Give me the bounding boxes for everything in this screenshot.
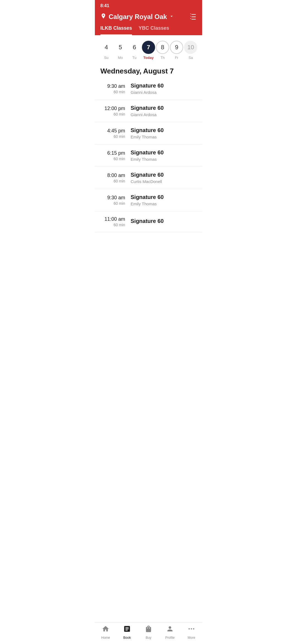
status-time: 8:41	[100, 3, 109, 8]
day-number: 5	[114, 41, 127, 54]
header: Calgary Royal Oak ILKB Classes YBC Class…	[95, 10, 202, 35]
tab-ilkb-classes[interactable]: ILKB Classes	[100, 25, 132, 35]
class-time: 12:00 pm 60 min	[100, 106, 131, 116]
class-item[interactable]: 9:30 am 60 min Signature 60 Gianni Ardos…	[95, 78, 202, 100]
location-name: Calgary Royal Oak	[109, 13, 167, 21]
class-name: Signature 60	[131, 218, 197, 224]
chevron-down-icon[interactable]	[169, 14, 174, 20]
class-item[interactable]: 11:00 am 60 min Signature 60	[95, 211, 202, 232]
day-item[interactable]: 7 Today	[142, 41, 155, 60]
class-time-main: 6:15 pm	[100, 150, 125, 156]
class-time-duration: 60 min	[100, 223, 125, 227]
class-info: Signature 60 Gianni Ardosa	[131, 83, 197, 95]
class-time-main: 9:30 am	[100, 195, 125, 201]
day-label: Su	[104, 56, 109, 60]
location-pin-icon	[100, 13, 106, 21]
class-instructor: Emily Thomas	[131, 157, 197, 162]
class-name: Signature 60	[131, 172, 197, 178]
calendar-section: 4 Su 5 Mo 6 Tu 7 Today 8 Th 9 Fr 10 Sa	[95, 35, 202, 62]
day-number: 4	[100, 41, 113, 54]
day-label: Sa	[188, 56, 193, 60]
class-time-duration: 60 min	[100, 90, 125, 94]
class-time-main: 11:00 am	[100, 216, 125, 222]
class-instructor: Gianni Ardosa	[131, 90, 197, 95]
class-info: Signature 60 Emily Thomas	[131, 149, 197, 162]
class-info: Signature 60 Curtis MacDonell	[131, 172, 197, 184]
status-bar: 8:41	[95, 0, 202, 10]
class-name: Signature 60	[131, 149, 197, 156]
day-label: Fr	[175, 56, 178, 60]
class-item[interactable]: 6:15 pm 60 min Signature 60 Emily Thomas	[95, 144, 202, 167]
class-time-duration: 60 min	[100, 201, 125, 206]
class-info: Signature 60 Gianni Ardosa	[131, 105, 197, 117]
class-time-duration: 60 min	[100, 179, 125, 183]
day-number: 8	[156, 41, 169, 54]
class-time-duration: 60 min	[100, 112, 125, 116]
day-item[interactable]: 8 Th	[156, 41, 169, 60]
class-instructor: Emily Thomas	[131, 201, 197, 206]
day-number: 10	[184, 41, 197, 54]
day-number: 9	[170, 41, 183, 54]
class-time: 9:30 am 60 min	[100, 83, 131, 94]
day-label: Tu	[132, 56, 136, 60]
class-info: Signature 60 Emily Thomas	[131, 194, 197, 206]
class-time: 6:15 pm 60 min	[100, 150, 131, 161]
day-item[interactable]: 6 Tu	[128, 41, 141, 60]
location-row: Calgary Royal Oak	[100, 13, 197, 25]
day-label: Mo	[118, 56, 123, 60]
class-item[interactable]: 4:45 pm 60 min Signature 60 Emily Thomas	[95, 122, 202, 144]
class-name: Signature 60	[131, 127, 197, 133]
location-left[interactable]: Calgary Royal Oak	[100, 13, 174, 21]
day-item[interactable]: 9 Fr	[170, 41, 183, 60]
day-label: Today	[143, 56, 153, 60]
class-time: 8:00 am 60 min	[100, 173, 131, 183]
class-info: Signature 60 Emily Thomas	[131, 127, 197, 139]
class-time-main: 9:30 am	[100, 83, 125, 89]
class-name: Signature 60	[131, 105, 197, 111]
class-item[interactable]: 9:30 am 60 min Signature 60 Emily Thomas	[95, 189, 202, 211]
tab-ybc-classes[interactable]: YBC Classes	[139, 25, 169, 35]
day-label: Th	[161, 56, 165, 60]
classes-list: 9:30 am 60 min Signature 60 Gianni Ardos…	[95, 78, 202, 260]
filter-button[interactable]	[189, 13, 197, 21]
days-row: 4 Su 5 Mo 6 Tu 7 Today 8 Th 9 Fr 10 Sa	[99, 41, 198, 60]
day-item[interactable]: 5 Mo	[114, 41, 127, 60]
class-time: 9:30 am 60 min	[100, 195, 131, 206]
class-time-main: 4:45 pm	[100, 128, 125, 134]
class-info: Signature 60	[131, 218, 197, 225]
class-time-main: 8:00 am	[100, 173, 125, 178]
class-time-main: 12:00 pm	[100, 106, 125, 111]
class-time-duration: 60 min	[100, 157, 125, 161]
day-number: 6	[128, 41, 141, 54]
class-item[interactable]: 12:00 pm 60 min Signature 60 Gianni Ardo…	[95, 100, 202, 122]
day-number: 7	[142, 41, 155, 54]
class-name: Signature 60	[131, 194, 197, 200]
class-instructor: Curtis MacDonell	[131, 179, 197, 184]
class-instructor: Emily Thomas	[131, 135, 197, 139]
class-item[interactable]: 8:00 am 60 min Signature 60 Curtis MacDo…	[95, 167, 202, 189]
class-time: 11:00 am 60 min	[100, 216, 131, 227]
date-heading: Wednesday, August 7	[95, 62, 202, 78]
tabs-row: ILKB Classes YBC Classes	[100, 25, 197, 35]
class-name: Signature 60	[131, 83, 197, 89]
day-item[interactable]: 4 Su	[100, 41, 113, 60]
class-time-duration: 60 min	[100, 134, 125, 139]
class-instructor: Gianni Ardosa	[131, 112, 197, 117]
class-time: 4:45 pm 60 min	[100, 128, 131, 139]
day-item[interactable]: 10 Sa	[184, 41, 197, 60]
